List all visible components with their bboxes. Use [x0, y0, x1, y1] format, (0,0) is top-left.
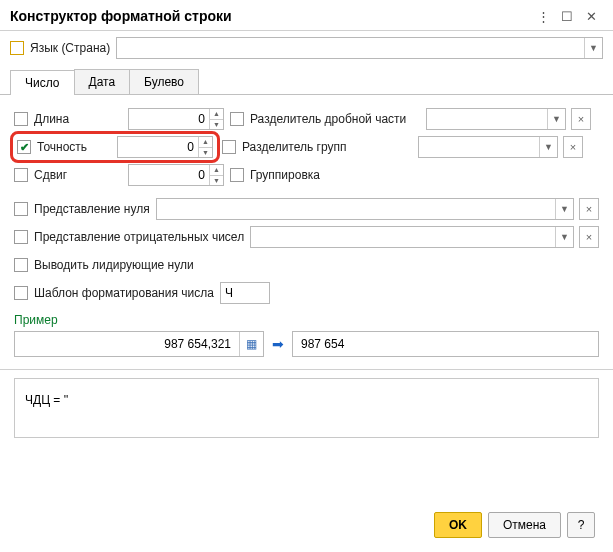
shift-spinner[interactable]: ▲▼	[128, 164, 224, 186]
arrow-right-icon: ➡	[272, 336, 284, 352]
help-button[interactable]: ?	[567, 512, 595, 538]
num-tpl-value: Ч	[225, 286, 233, 300]
result-value: ЧДЦ = ''	[25, 393, 68, 407]
grouping-checkbox[interactable]: ✔	[230, 168, 244, 182]
zero-rep-combo[interactable]: ▼	[156, 198, 574, 220]
chevron-down-icon[interactable]: ▼	[584, 38, 602, 58]
shift-checkbox[interactable]: ✔	[14, 168, 28, 182]
neg-rep-combo[interactable]: ▼	[250, 226, 574, 248]
example-input[interactable]: 987 654,321 ▦	[14, 331, 264, 357]
ok-button[interactable]: OK	[434, 512, 482, 538]
precision-checkbox[interactable]: ✔	[17, 140, 31, 154]
example-input-value: 987 654,321	[15, 337, 239, 351]
frac-sep-checkbox[interactable]: ✔	[230, 112, 244, 126]
shift-input[interactable]	[129, 165, 209, 185]
chevron-down-icon[interactable]: ▼	[555, 227, 573, 247]
grp-sep-checkbox[interactable]: ✔	[222, 140, 236, 154]
result-text: ЧДЦ = ''	[14, 378, 599, 438]
cancel-button[interactable]: Отмена	[488, 512, 561, 538]
precision-spinner[interactable]: ▲▼	[117, 136, 213, 158]
grouping-label: Группировка	[250, 168, 420, 182]
length-spinner[interactable]: ▲▼	[128, 108, 224, 130]
frac-sep-label: Разделитель дробной части	[250, 112, 420, 126]
grp-sep-clear-button[interactable]: ×	[563, 136, 583, 158]
shift-label: Сдвиг	[34, 168, 67, 182]
spin-up-icon[interactable]: ▲	[210, 165, 223, 176]
num-tpl-input[interactable]: Ч	[220, 282, 270, 304]
spin-up-icon[interactable]: ▲	[199, 137, 212, 148]
length-label: Длина	[34, 112, 69, 126]
neg-rep-label: Представление отрицательных чисел	[34, 230, 244, 244]
frac-sep-clear-button[interactable]: ×	[571, 108, 591, 130]
spin-up-icon[interactable]: ▲	[210, 109, 223, 120]
spin-down-icon[interactable]: ▼	[199, 148, 212, 158]
language-label: Язык (Страна)	[30, 41, 110, 55]
tab-number[interactable]: Число	[10, 70, 75, 95]
lead-zeros-label: Выводить лидирующие нули	[34, 258, 194, 272]
precision-label: Точность	[37, 140, 87, 154]
lead-zeros-checkbox[interactable]: ✔	[14, 258, 28, 272]
language-combo[interactable]: ▼	[116, 37, 603, 59]
menu-icon[interactable]: ⋮	[531, 5, 555, 27]
tab-bool[interactable]: Булево	[129, 69, 199, 94]
zero-rep-label: Представление нуля	[34, 202, 150, 216]
calendar-icon[interactable]: ▦	[239, 332, 263, 356]
length-input[interactable]	[129, 109, 209, 129]
zero-rep-checkbox[interactable]: ✔	[14, 202, 28, 216]
neg-rep-checkbox[interactable]: ✔	[14, 230, 28, 244]
zero-rep-clear-button[interactable]: ×	[579, 198, 599, 220]
close-icon[interactable]: ✕	[579, 5, 603, 27]
spin-down-icon[interactable]: ▼	[210, 120, 223, 130]
neg-rep-clear-button[interactable]: ×	[579, 226, 599, 248]
tab-date[interactable]: Дата	[74, 69, 131, 94]
length-checkbox[interactable]: ✔	[14, 112, 28, 126]
example-output: 987 654	[292, 331, 599, 357]
maximize-icon[interactable]: ☐	[555, 5, 579, 27]
spin-down-icon[interactable]: ▼	[210, 176, 223, 186]
num-tpl-checkbox[interactable]: ✔	[14, 286, 28, 300]
chevron-down-icon[interactable]: ▼	[547, 109, 565, 129]
num-tpl-label: Шаблон форматирования числа	[34, 286, 214, 300]
grp-sep-label: Разделитель групп	[242, 140, 412, 154]
example-output-value: 987 654	[301, 337, 344, 351]
frac-sep-combo[interactable]: ▼	[426, 108, 566, 130]
language-checkbox[interactable]: ✔	[10, 41, 24, 55]
example-label: Пример	[14, 313, 599, 327]
dialog-title: Конструктор форматной строки	[10, 8, 531, 24]
chevron-down-icon[interactable]: ▼	[539, 137, 557, 157]
precision-input[interactable]	[118, 137, 198, 157]
grp-sep-combo[interactable]: ▼	[418, 136, 558, 158]
chevron-down-icon[interactable]: ▼	[555, 199, 573, 219]
